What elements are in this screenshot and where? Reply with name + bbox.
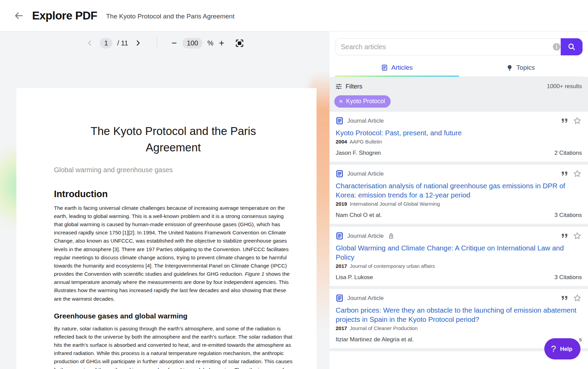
chip-label: Kyoto Protocol <box>346 98 385 105</box>
info-icon[interactable] <box>552 42 561 51</box>
quote-icon <box>560 294 569 302</box>
pdf-document-subtitle: Global warming and greenhouse gases <box>54 166 293 174</box>
article-year: 2017 <box>336 325 347 331</box>
article-title-link[interactable]: Carbon prices: Were they an obstacle to … <box>336 305 582 324</box>
tab-articles-label: Articles <box>391 64 412 71</box>
search-button[interactable] <box>561 38 583 55</box>
article-citations[interactable]: 3 Citations <box>555 212 582 219</box>
zoom-out-button[interactable]: − <box>171 39 178 48</box>
fit-to-screen-icon <box>235 39 244 48</box>
article-type-label: Journal Article <box>347 170 384 177</box>
filters-tune-icon[interactable] <box>335 83 342 90</box>
filter-chip-row: ✕ Kyoto Protocol <box>330 92 588 112</box>
article-journal: International Journal of Global Warming <box>348 201 440 207</box>
results-list: Filters 1000+ results ✕ Kyoto Protocol J… <box>330 77 588 369</box>
current-page-indicator[interactable]: 1 <box>100 38 112 49</box>
article-year: 2017 <box>336 263 347 269</box>
cite-quote-button[interactable] <box>560 169 569 178</box>
document-title: The Kyoto Protocol and the Paris Agreeme… <box>106 13 235 20</box>
article-card[interactable]: Journal Article Global Warming and Clima… <box>330 227 588 286</box>
filter-chip-kyoto-protocol[interactable]: ✕ Kyoto Protocol <box>334 95 391 108</box>
article-meta: 2004 AAPG Bulletin <box>336 139 582 145</box>
article-type-label: Journal Article <box>347 295 384 302</box>
tabs: Articles Topics <box>335 59 583 77</box>
article-title-link[interactable]: Kyoto Protocol: Past, present, and futur… <box>336 128 582 137</box>
article-authors: Itziar Martinez de Alegria et al. <box>336 336 414 343</box>
cite-quote-button[interactable] <box>560 294 569 302</box>
article-year: 2004 <box>336 139 347 145</box>
toolbar-divider <box>157 36 157 50</box>
quote-icon <box>560 169 569 178</box>
article-cards: Journal Article Kyoto Protocol: Past, pr… <box>330 112 588 351</box>
filters-label[interactable]: Filters <box>346 83 362 90</box>
bookmark-star-button[interactable] <box>573 231 582 241</box>
search-input[interactable] <box>341 43 552 51</box>
help-button[interactable]: ? Help <box>544 338 580 359</box>
search-icon <box>567 42 576 51</box>
article-year: 2019 <box>336 201 347 207</box>
quote-icon <box>560 117 569 125</box>
lightbulb-icon <box>506 65 513 71</box>
pdf-toolbar: 1 / 11 − 100 % + <box>0 31 330 55</box>
article-authors: Jason F. Shogren <box>336 150 381 156</box>
article-citations[interactable]: s <box>579 336 582 343</box>
article-title-link[interactable]: Characterisation analysis of national gr… <box>336 181 582 200</box>
article-authors: Nam Chol O et al. <box>336 212 382 219</box>
article-type-label: Journal Article <box>347 118 384 124</box>
pdf-paragraph: The earth is facing universal climate ch… <box>54 204 293 303</box>
zoom-unit-label: % <box>207 39 213 47</box>
bookmark-star-button[interactable] <box>573 293 582 303</box>
filters-row: Filters 1000+ results <box>330 77 588 92</box>
pdf-page[interactable]: The Kyoto Protocol and the Paris Agreeme… <box>16 88 317 369</box>
article-title-link[interactable]: Global Warming and Climate Change: A Cri… <box>336 243 582 262</box>
pdf-section-heading: Introduction <box>54 189 293 200</box>
pdf-body: IntroductionThe earth is facing universa… <box>54 189 293 369</box>
articles-document-icon <box>381 64 388 71</box>
previous-page-button[interactable] <box>85 38 95 48</box>
article-card[interactable]: Journal Article Characterisation analysi… <box>330 165 588 224</box>
article-meta: 2017 Journal of Cleaner Production <box>336 325 582 331</box>
next-page-button[interactable] <box>133 38 143 48</box>
journal-article-icon <box>336 117 344 125</box>
open-access-icon <box>388 232 395 240</box>
star-icon <box>573 293 582 303</box>
fit-to-screen-button[interactable] <box>235 38 245 48</box>
article-meta: 2017 Journal of contemporary urban affai… <box>336 263 582 269</box>
article-journal: AAPG Bulletin <box>348 139 382 145</box>
tab-topics-label: Topics <box>516 64 535 71</box>
search-side-panel: Articles Topics Filters <box>330 31 588 369</box>
app-header: Explore PDF The Kyoto Protocol and the P… <box>0 0 588 31</box>
question-mark-icon: ? <box>551 344 556 354</box>
search-box[interactable] <box>335 38 566 55</box>
cite-quote-button[interactable] <box>560 117 569 125</box>
article-authors: Lisa P. Lukose <box>336 274 373 281</box>
cite-quote-button[interactable] <box>560 232 569 240</box>
tab-topics[interactable]: Topics <box>459 59 583 77</box>
help-button-label: Help <box>560 346 572 352</box>
back-button[interactable] <box>13 10 25 22</box>
article-citations[interactable]: 2 Citations <box>555 150 582 156</box>
journal-article-icon <box>336 170 344 178</box>
journal-article-icon <box>336 232 344 240</box>
total-pages-label: / 11 <box>117 39 128 47</box>
article-type-label: Journal Article <box>347 233 384 240</box>
zoom-level-indicator[interactable]: 100 <box>182 38 202 49</box>
bookmark-star-button[interactable] <box>573 169 582 178</box>
article-meta: 2019 International Journal of Global War… <box>336 201 582 207</box>
bookmark-star-button[interactable] <box>573 116 582 125</box>
pdf-paragraph: By nature, solar radiation is passing th… <box>54 325 293 369</box>
quote-icon <box>560 232 569 240</box>
article-card[interactable]: Journal Article Kyoto Protocol: Past, pr… <box>330 112 588 162</box>
article-citations[interactable]: 3 Citations <box>555 274 582 281</box>
search-area: Articles Topics <box>330 31 588 77</box>
chevron-left-icon <box>86 39 94 47</box>
chip-close-icon[interactable]: ✕ <box>339 99 343 104</box>
pdf-section-heading: Greenhouse gases and global warming <box>54 312 293 320</box>
star-icon <box>573 231 582 241</box>
article-journal: Journal of contemporary urban affairs <box>348 263 435 269</box>
star-icon <box>573 169 582 178</box>
tab-articles[interactable]: Articles <box>335 59 459 77</box>
back-arrow-icon <box>14 11 24 21</box>
zoom-in-button[interactable]: + <box>218 39 225 48</box>
journal-article-icon <box>336 294 344 302</box>
